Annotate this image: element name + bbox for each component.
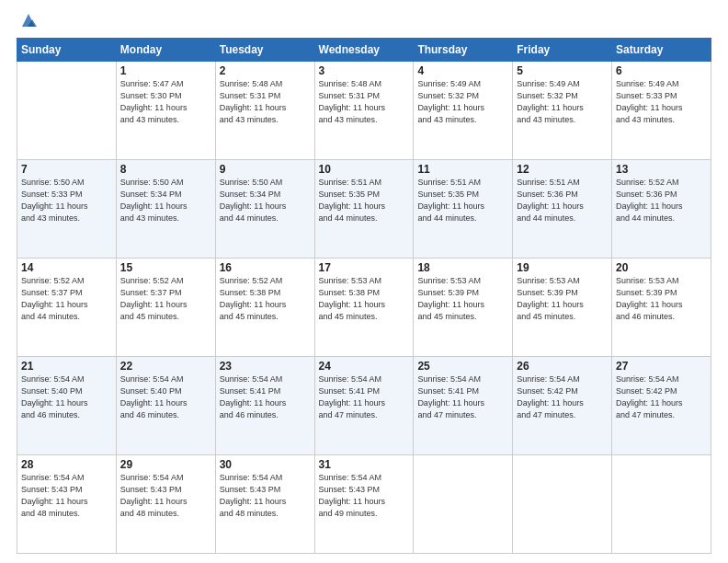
day-info: Sunrise: 5:54 AM Sunset: 5:43 PM Dayligh…: [120, 472, 211, 520]
day-number: 26: [517, 360, 608, 373]
calendar-cell: 20Sunrise: 5:53 AM Sunset: 5:39 PM Dayli…: [612, 259, 711, 357]
day-number: 11: [417, 163, 508, 176]
logo-icon: [18, 10, 39, 30]
day-number: 14: [21, 261, 112, 274]
calendar-cell: 30Sunrise: 5:54 AM Sunset: 5:43 PM Dayli…: [215, 455, 314, 554]
day-info: Sunrise: 5:54 AM Sunset: 5:43 PM Dayligh…: [319, 472, 410, 520]
day-number: 23: [220, 360, 311, 373]
calendar-cell: 24Sunrise: 5:54 AM Sunset: 5:41 PM Dayli…: [314, 357, 414, 455]
day-info: Sunrise: 5:49 AM Sunset: 5:33 PM Dayligh…: [616, 78, 707, 126]
calendar-cell: [513, 455, 612, 554]
calendar-cell: 18Sunrise: 5:53 AM Sunset: 5:39 PM Dayli…: [414, 259, 513, 357]
page: SundayMondayTuesdayWednesdayThursdayFrid…: [0, 0, 728, 563]
calendar-cell: [612, 455, 711, 554]
calendar-cell: [414, 455, 513, 554]
calendar-cell: 29Sunrise: 5:54 AM Sunset: 5:43 PM Dayli…: [116, 455, 215, 554]
column-header-monday: Monday: [116, 39, 215, 62]
day-info: Sunrise: 5:51 AM Sunset: 5:35 PM Dayligh…: [319, 177, 410, 224]
day-number: 8: [120, 163, 211, 176]
day-number: 25: [417, 360, 508, 373]
column-header-saturday: Saturday: [612, 39, 711, 62]
day-number: 3: [319, 64, 410, 77]
column-header-thursday: Thursday: [414, 39, 513, 62]
day-number: 21: [21, 360, 112, 373]
calendar-cell: 27Sunrise: 5:54 AM Sunset: 5:42 PM Dayli…: [612, 357, 711, 455]
calendar-cell: 6Sunrise: 5:49 AM Sunset: 5:33 PM Daylig…: [612, 62, 711, 160]
calendar-cell: 8Sunrise: 5:50 AM Sunset: 5:34 PM Daylig…: [116, 160, 215, 259]
column-header-friday: Friday: [513, 39, 612, 62]
calendar-cell: 10Sunrise: 5:51 AM Sunset: 5:35 PM Dayli…: [314, 160, 414, 259]
day-number: 22: [120, 360, 211, 373]
calendar-cell: 25Sunrise: 5:54 AM Sunset: 5:41 PM Dayli…: [414, 357, 513, 455]
day-info: Sunrise: 5:51 AM Sunset: 5:36 PM Dayligh…: [517, 177, 608, 224]
week-row-5: 28Sunrise: 5:54 AM Sunset: 5:43 PM Dayli…: [17, 455, 711, 554]
day-info: Sunrise: 5:54 AM Sunset: 5:42 PM Dayligh…: [517, 373, 608, 421]
calendar-cell: 28Sunrise: 5:54 AM Sunset: 5:43 PM Dayli…: [17, 455, 117, 554]
day-info: Sunrise: 5:52 AM Sunset: 5:37 PM Dayligh…: [120, 275, 211, 323]
day-number: 12: [517, 163, 608, 176]
day-info: Sunrise: 5:54 AM Sunset: 5:43 PM Dayligh…: [21, 472, 112, 520]
calendar-cell: 22Sunrise: 5:54 AM Sunset: 5:40 PM Dayli…: [116, 357, 215, 455]
day-number: 20: [616, 261, 707, 274]
day-info: Sunrise: 5:54 AM Sunset: 5:40 PM Dayligh…: [120, 373, 211, 421]
calendar-cell: 1Sunrise: 5:47 AM Sunset: 5:30 PM Daylig…: [116, 62, 215, 160]
calendar-cell: 2Sunrise: 5:48 AM Sunset: 5:31 PM Daylig…: [215, 62, 314, 160]
day-number: 29: [120, 458, 211, 471]
day-info: Sunrise: 5:51 AM Sunset: 5:35 PM Dayligh…: [417, 177, 508, 224]
week-row-2: 7Sunrise: 5:50 AM Sunset: 5:33 PM Daylig…: [17, 160, 711, 259]
column-header-sunday: Sunday: [17, 39, 117, 62]
calendar-table: SundayMondayTuesdayWednesdayThursdayFrid…: [17, 38, 711, 554]
day-info: Sunrise: 5:54 AM Sunset: 5:43 PM Dayligh…: [220, 472, 311, 520]
calendar-cell: 16Sunrise: 5:52 AM Sunset: 5:38 PM Dayli…: [215, 259, 314, 357]
day-number: 1: [120, 64, 211, 77]
day-info: Sunrise: 5:53 AM Sunset: 5:39 PM Dayligh…: [616, 275, 707, 323]
calendar-cell: 11Sunrise: 5:51 AM Sunset: 5:35 PM Dayli…: [414, 160, 513, 259]
day-info: Sunrise: 5:48 AM Sunset: 5:31 PM Dayligh…: [319, 78, 410, 126]
calendar-cell: 15Sunrise: 5:52 AM Sunset: 5:37 PM Dayli…: [116, 259, 215, 357]
day-info: Sunrise: 5:53 AM Sunset: 5:39 PM Dayligh…: [417, 275, 508, 323]
column-header-tuesday: Tuesday: [215, 39, 314, 62]
day-number: 31: [319, 458, 410, 471]
day-number: 2: [220, 64, 311, 77]
calendar-cell: 23Sunrise: 5:54 AM Sunset: 5:41 PM Dayli…: [215, 357, 314, 455]
calendar-cell: 19Sunrise: 5:53 AM Sunset: 5:39 PM Dayli…: [513, 259, 612, 357]
day-number: 16: [220, 261, 311, 274]
calendar-cell: 9Sunrise: 5:50 AM Sunset: 5:34 PM Daylig…: [215, 160, 314, 259]
day-info: Sunrise: 5:54 AM Sunset: 5:41 PM Dayligh…: [220, 373, 311, 421]
day-info: Sunrise: 5:47 AM Sunset: 5:30 PM Dayligh…: [120, 78, 211, 126]
day-number: 27: [616, 360, 707, 373]
week-row-1: 1Sunrise: 5:47 AM Sunset: 5:30 PM Daylig…: [17, 62, 711, 160]
day-number: 17: [319, 261, 410, 274]
day-info: Sunrise: 5:54 AM Sunset: 5:41 PM Dayligh…: [319, 373, 410, 421]
calendar-cell: 4Sunrise: 5:49 AM Sunset: 5:32 PM Daylig…: [414, 62, 513, 160]
day-number: 9: [220, 163, 311, 176]
header: [17, 14, 711, 30]
week-row-4: 21Sunrise: 5:54 AM Sunset: 5:40 PM Dayli…: [17, 357, 711, 455]
day-number: 4: [417, 64, 508, 77]
day-info: Sunrise: 5:48 AM Sunset: 5:31 PM Dayligh…: [220, 78, 311, 126]
day-info: Sunrise: 5:52 AM Sunset: 5:36 PM Dayligh…: [616, 177, 707, 224]
day-info: Sunrise: 5:52 AM Sunset: 5:37 PM Dayligh…: [21, 275, 112, 323]
day-info: Sunrise: 5:50 AM Sunset: 5:34 PM Dayligh…: [120, 177, 211, 224]
calendar-cell: 13Sunrise: 5:52 AM Sunset: 5:36 PM Dayli…: [612, 160, 711, 259]
day-info: Sunrise: 5:52 AM Sunset: 5:38 PM Dayligh…: [220, 275, 311, 323]
column-header-wednesday: Wednesday: [314, 39, 414, 62]
day-number: 18: [417, 261, 508, 274]
day-info: Sunrise: 5:50 AM Sunset: 5:34 PM Dayligh…: [220, 177, 311, 224]
calendar-cell: 14Sunrise: 5:52 AM Sunset: 5:37 PM Dayli…: [17, 259, 117, 357]
day-number: 15: [120, 261, 211, 274]
day-number: 19: [517, 261, 608, 274]
day-number: 5: [517, 64, 608, 77]
calendar-cell: 12Sunrise: 5:51 AM Sunset: 5:36 PM Dayli…: [513, 160, 612, 259]
day-info: Sunrise: 5:54 AM Sunset: 5:40 PM Dayligh…: [21, 373, 112, 421]
calendar-header-row: SundayMondayTuesdayWednesdayThursdayFrid…: [17, 39, 711, 62]
day-info: Sunrise: 5:50 AM Sunset: 5:33 PM Dayligh…: [21, 177, 112, 224]
logo: [17, 14, 39, 30]
week-row-3: 14Sunrise: 5:52 AM Sunset: 5:37 PM Dayli…: [17, 259, 711, 357]
day-info: Sunrise: 5:54 AM Sunset: 5:42 PM Dayligh…: [616, 373, 707, 421]
day-number: 13: [616, 163, 707, 176]
day-info: Sunrise: 5:49 AM Sunset: 5:32 PM Dayligh…: [517, 78, 608, 126]
calendar-cell: 21Sunrise: 5:54 AM Sunset: 5:40 PM Dayli…: [17, 357, 117, 455]
day-number: 30: [220, 458, 311, 471]
day-number: 24: [319, 360, 410, 373]
